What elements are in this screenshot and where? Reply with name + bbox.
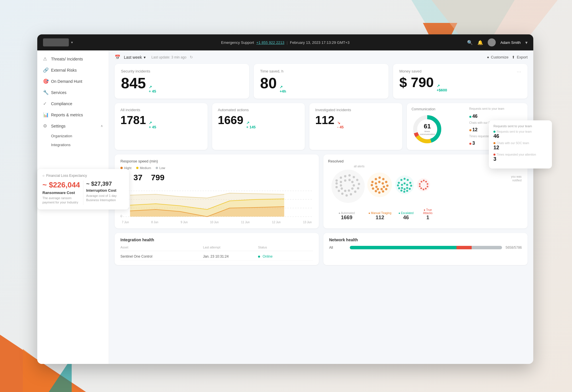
bubble-auto-value: 1669 bbox=[328, 215, 365, 221]
kpi-time-change: ↗ +4h bbox=[280, 85, 286, 93]
sidebar-item-compliance[interactable]: ✓ Compliance bbox=[37, 98, 109, 109]
kpi-time-label: Time saved, h bbox=[260, 69, 382, 73]
financial-panel-title: ○ Financial Loss Expectancy bbox=[42, 174, 124, 178]
svg-point-68 bbox=[406, 190, 408, 192]
col-status: Status bbox=[258, 246, 313, 249]
logo-chevron-icon[interactable]: ▾ bbox=[71, 40, 73, 44]
svg-point-69 bbox=[403, 191, 405, 193]
bubble-automated bbox=[331, 169, 365, 205]
sidebar-sub-organization[interactable]: Organization bbox=[37, 132, 109, 140]
svg-point-86 bbox=[425, 188, 427, 189]
bubble-escalated-value: 46 bbox=[395, 215, 417, 221]
customize-button[interactable]: ● Customize bbox=[487, 55, 508, 59]
refresh-icon[interactable]: ↻ bbox=[190, 55, 193, 59]
svg-point-28 bbox=[335, 186, 338, 188]
compliance-icon: ✓ bbox=[43, 101, 48, 106]
sidebar-item-services[interactable]: 🔧 Services bbox=[37, 87, 109, 98]
svg-point-17 bbox=[344, 175, 346, 177]
svg-point-20 bbox=[356, 179, 358, 181]
svg-point-76 bbox=[406, 187, 408, 189]
sidebar-item-hunt[interactable]: 🎯 On Demand Hunt bbox=[37, 76, 109, 87]
popup-dot-red bbox=[493, 154, 495, 156]
popup-requests-value: 46 bbox=[493, 133, 547, 139]
financial-icon: ○ bbox=[42, 174, 44, 178]
popup-card: Requests sent to your team Requests sent… bbox=[489, 120, 552, 168]
notifications-icon[interactable]: 🔔 bbox=[477, 40, 483, 45]
svg-point-42 bbox=[375, 178, 377, 180]
svg-point-89 bbox=[419, 185, 421, 187]
sidebar-item-external[interactable]: 🔗 External Risks bbox=[37, 64, 109, 76]
network-row-all: All 5658/5786 bbox=[329, 246, 522, 250]
svg-point-59 bbox=[375, 186, 378, 188]
interruption-value: ~ $27,397 bbox=[86, 181, 124, 187]
svg-point-27 bbox=[338, 190, 340, 192]
svg-point-58 bbox=[377, 188, 379, 190]
svg-point-85 bbox=[427, 186, 428, 187]
datetime-label: February 13, 2023 17:13:29 GMT+3 bbox=[290, 40, 350, 45]
external-icon: 🔗 bbox=[43, 67, 48, 73]
svg-point-46 bbox=[386, 185, 389, 187]
sidebar-item-reports[interactable]: 📊 Reports & metrics bbox=[37, 109, 109, 120]
network-count: 5658/5786 bbox=[505, 246, 522, 250]
kpi-all-arrow-icon: ↗ bbox=[149, 121, 152, 125]
svg-point-47 bbox=[385, 188, 387, 190]
hunt-icon: 🎯 bbox=[43, 79, 48, 84]
sidebar-sub-integrations[interactable]: Integrations bbox=[37, 140, 109, 149]
popup-dot-teal bbox=[493, 131, 495, 133]
chart-label-1: 8 Jun bbox=[151, 221, 158, 224]
kpi-automated-value-row: 1669 ↗ + 145 bbox=[218, 114, 299, 129]
bubble-attacks-label: ● True Attacks bbox=[419, 208, 436, 215]
you-was-notified-label: you wasnotified bbox=[511, 175, 522, 182]
svg-point-52 bbox=[371, 184, 373, 186]
svg-text:0: 0 bbox=[120, 215, 122, 218]
sidebar-item-settings[interactable]: ⚙ Settings ∧ bbox=[37, 120, 109, 132]
bubble-escalated-info: ● Escalated 46 bbox=[395, 211, 417, 221]
financial-title-label: Financial Loss Expectancy bbox=[46, 174, 87, 178]
svg-point-72 bbox=[397, 185, 399, 187]
svg-point-71 bbox=[398, 187, 400, 189]
bubble-attacks-info: ● True Attacks 1 bbox=[419, 208, 436, 221]
chart-label-4: 11 Jun bbox=[241, 221, 250, 224]
kpi-money-value-row: $ 790 ↗ +$600 bbox=[399, 76, 521, 92]
user-menu-chevron-icon[interactable]: ▾ bbox=[525, 40, 528, 45]
bubble-manual-label: ● Manual Tiraging bbox=[367, 211, 393, 215]
more-options-icon[interactable]: ⋯ bbox=[517, 69, 521, 75]
svg-point-67 bbox=[409, 188, 411, 190]
kpi-money-change: ↗ +$600 bbox=[437, 84, 447, 92]
svg-point-56 bbox=[383, 186, 385, 188]
app-logo[interactable] bbox=[43, 38, 69, 46]
bubble-auto-info: ● Automated 1669 bbox=[328, 211, 365, 221]
svg-point-23 bbox=[354, 191, 356, 193]
date-filter-button[interactable]: Last week ▾ bbox=[124, 55, 146, 60]
export-button[interactable]: ⬆ Export bbox=[512, 55, 528, 59]
popup-attention-label: Times requested your attention bbox=[493, 153, 547, 156]
bubble-true-attacks bbox=[416, 178, 431, 193]
emergency-phone[interactable]: +1 855 922 2213 bbox=[256, 40, 284, 45]
bubble-manual-info: ● Manual Tiraging 112 bbox=[367, 211, 393, 221]
last-update-label: Last update: 3 min ago bbox=[151, 55, 186, 59]
svg-point-70 bbox=[401, 190, 403, 192]
date-filter-label: Last week bbox=[124, 55, 142, 60]
bubble-manual bbox=[367, 172, 393, 199]
svg-point-16 bbox=[340, 177, 342, 179]
customize-label: Customize bbox=[491, 55, 508, 59]
svg-point-75 bbox=[406, 184, 408, 186]
settings-chevron-icon: ∧ bbox=[101, 124, 103, 128]
svg-point-26 bbox=[341, 193, 343, 195]
search-icon[interactable]: 🔍 bbox=[467, 40, 473, 45]
kpi-investigated-change-value: - 45 bbox=[337, 125, 343, 129]
svg-point-39 bbox=[340, 184, 342, 187]
top-bar-center: Emergency Support +1 855 922 2213 | Febr… bbox=[221, 40, 350, 45]
table-header: Asset Last attempt Status bbox=[120, 246, 313, 251]
chart-label-2: 9 Jun bbox=[181, 221, 188, 224]
kpi-money-value: $ 790 bbox=[399, 76, 434, 89]
svg-point-84 bbox=[427, 183, 428, 185]
sidebar-item-threats[interactable]: ⚠ Threats/ Incidents bbox=[37, 53, 109, 64]
kpi-time-saved: Time saved, h 80 ↗ +4h bbox=[254, 64, 388, 99]
network-bar-teal bbox=[350, 246, 456, 249]
svg-point-62 bbox=[401, 179, 403, 181]
kpi-automated-label: Automated actions bbox=[218, 108, 299, 112]
interruption-desc: Avarage cost of 1 day Business Interrupt… bbox=[86, 194, 124, 203]
svg-point-64 bbox=[407, 179, 409, 181]
bubbles-container: all alerts bbox=[328, 166, 523, 215]
